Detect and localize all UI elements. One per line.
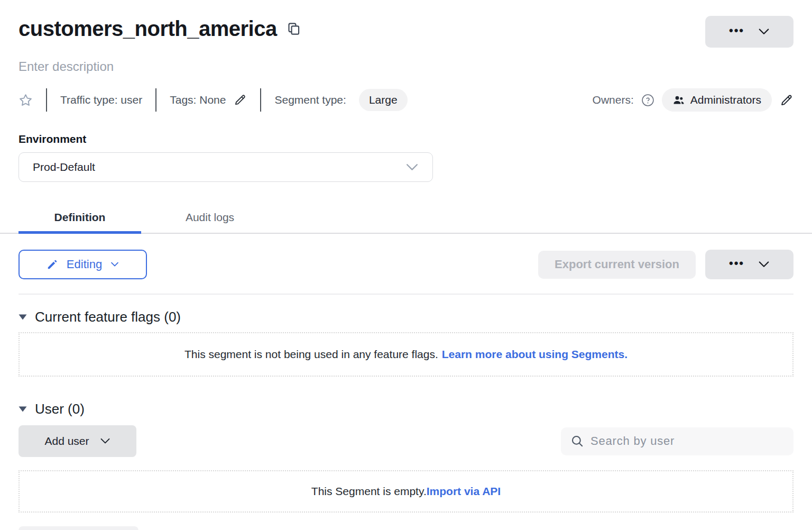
user-empty-state: This Segment is empty. Import via API [19, 470, 793, 513]
user-section-header[interactable]: User (0) [19, 401, 85, 417]
editing-mode-button[interactable]: Editing [19, 250, 147, 279]
export-current-version-button[interactable]: Export current version [538, 251, 696, 279]
triangle-down-icon [19, 406, 27, 412]
user-section-title: User (0) [35, 401, 85, 417]
owners-value: Administrators [690, 94, 761, 106]
tags-item: Tags: None [170, 93, 247, 107]
toolbar-more-menu-button[interactable]: ••• [705, 250, 793, 279]
chevron-down-icon [758, 28, 770, 35]
tab-audit-logs[interactable]: Audit logs [141, 202, 279, 233]
tags-label: Tags: None [170, 94, 226, 106]
meta-row: Traffic type: user Tags: None Segment ty… [19, 87, 793, 113]
editing-label: Editing [67, 258, 102, 271]
search-icon [570, 434, 584, 448]
tab-definition[interactable]: Definition [19, 202, 141, 233]
people-icon [672, 94, 685, 106]
segment-type-badge: Large [359, 89, 408, 111]
environment-select[interactable]: Prod-Default [19, 152, 433, 182]
edit-tags-pencil-icon[interactable] [233, 93, 247, 107]
edit-owners-pencil-icon[interactable] [779, 93, 793, 107]
star-icon[interactable] [19, 93, 33, 107]
feature-flags-empty-text: This segment is not being used in any fe… [184, 348, 438, 361]
chevron-down-icon [758, 261, 770, 268]
meta-divider [260, 88, 261, 112]
tab-bar: Definition Audit logs [0, 202, 812, 234]
feature-flags-section-header[interactable]: Current feature flags (0) [19, 309, 181, 325]
page-header: customers_north_america ••• [19, 16, 793, 48]
segment-type-item: Segment type: Large [274, 89, 407, 111]
ellipsis-icon: ••• [729, 25, 744, 36]
import-via-api-link[interactable]: Import via API [427, 485, 501, 498]
chevron-down-icon [100, 438, 110, 444]
page-title: customers_north_america [19, 16, 277, 41]
environment-label: Environment [19, 133, 793, 145]
segment-empty-text: This Segment is empty. [311, 485, 427, 498]
search-by-user-input[interactable] [590, 434, 784, 448]
header-more-menu-button[interactable]: ••• [705, 16, 793, 48]
segment-type-label: Segment type: [274, 94, 346, 106]
environment-selected-value: Prod-Default [33, 161, 95, 173]
definition-toolbar: Editing Export current version ••• [19, 250, 793, 279]
help-question-icon[interactable] [641, 94, 654, 107]
user-controls: Add user [19, 425, 793, 457]
user-search-box [561, 427, 793, 455]
title-wrap: customers_north_america [19, 16, 301, 41]
add-user-button[interactable]: Add user [19, 425, 136, 457]
toolbar-right: Export current version ••• [538, 250, 793, 279]
clipped-element-edge [19, 526, 139, 530]
feature-flags-empty-state: This segment is not being used in any fe… [19, 332, 793, 377]
chevron-down-icon [110, 262, 119, 267]
description-field[interactable]: Enter description [19, 59, 793, 74]
ellipsis-icon: ••• [729, 258, 744, 269]
segment-detail-page: customers_north_america ••• Enter descri… [0, 0, 812, 530]
feature-flags-section-title: Current feature flags (0) [35, 309, 181, 325]
section-divider [19, 294, 793, 295]
pencil-icon [47, 259, 58, 270]
learn-more-link[interactable]: Learn more about using Segments. [442, 348, 628, 361]
owners-label: Owners: [593, 94, 634, 106]
triangle-down-icon [19, 314, 27, 320]
chevron-down-icon [405, 163, 419, 171]
meta-divider [46, 88, 47, 112]
owners-badge[interactable]: Administrators [662, 88, 772, 112]
meta-divider [155, 88, 156, 112]
traffic-type-label: Traffic type: user [60, 94, 142, 106]
copy-icon[interactable] [287, 21, 301, 36]
add-user-label: Add user [44, 435, 89, 447]
owners-group: Owners: Administrators [593, 88, 793, 112]
